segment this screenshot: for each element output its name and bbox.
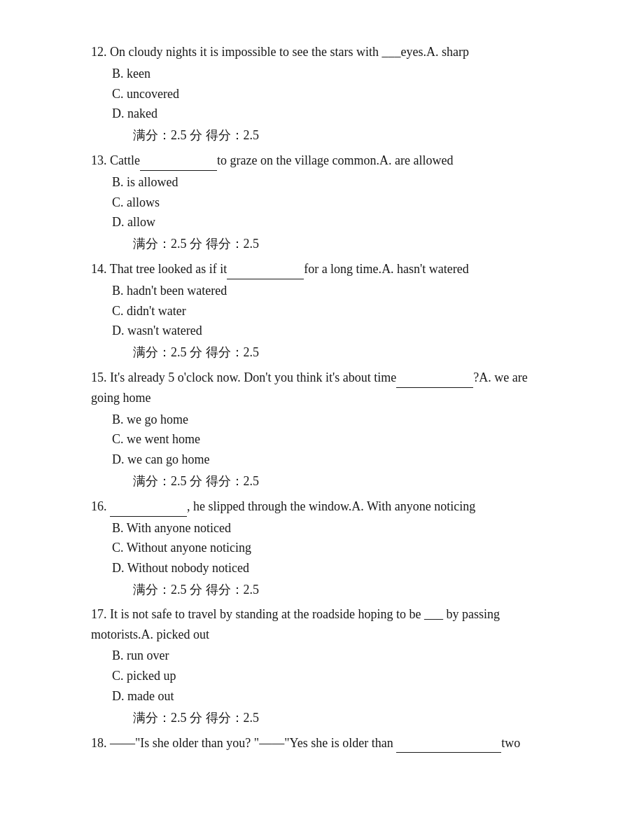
- q17-score: 满分：2.5 分 得分：2.5: [133, 708, 553, 728]
- q12-option-d: D. naked: [112, 104, 553, 124]
- question-16-text: 16. , he slipped through the window.A. W…: [91, 496, 553, 517]
- q14-number: 14.: [91, 262, 107, 276]
- question-18-text: 18. ——"Is she older than you? "——"Yes sh…: [91, 732, 553, 753]
- q13-option-a: A. are allowed: [379, 153, 453, 167]
- question-14: 14. That tree looked as if it for a long…: [91, 258, 553, 363]
- q17-option-d: D. made out: [112, 686, 553, 707]
- question-15-text: 15. It's already 5 o'clock now. Don't yo…: [91, 367, 553, 408]
- question-12: 12. On cloudy nights it is impossible to…: [91, 42, 553, 146]
- q16-option-c: C. Without anyone noticing: [112, 538, 553, 558]
- q18-number: 18.: [91, 736, 107, 750]
- q17-number: 17.: [91, 607, 107, 621]
- q13-option-d: D. allow: [112, 212, 553, 232]
- q12-option-a: A. sharp: [426, 45, 469, 59]
- q15-option-d: D. we can go home: [112, 450, 553, 470]
- q16-option-b: B. With anyone noticed: [112, 518, 553, 538]
- q16-score: 满分：2.5 分 得分：2.5: [133, 580, 553, 600]
- q12-option-c: C. uncovered: [112, 84, 553, 104]
- question-17: 17. It is not safe to travel by standing…: [91, 604, 553, 728]
- question-13: 13. Cattle to graze on the village commo…: [91, 150, 553, 254]
- q14-option-b: B. hadn't been watered: [112, 281, 553, 301]
- q14-option-c: C. didn't water: [112, 301, 553, 321]
- q17-option-b: B. run over: [112, 646, 553, 666]
- question-17-text: 17. It is not safe to travel by standing…: [91, 604, 553, 645]
- q12-number: 12.: [91, 45, 107, 59]
- q15-option-b: B. we go home: [112, 410, 553, 430]
- question-13-text: 13. Cattle to graze on the village commo…: [91, 150, 553, 171]
- question-18: 18. ——"Is she older than you? "——"Yes sh…: [91, 732, 553, 753]
- q13-score: 满分：2.5 分 得分：2.5: [133, 234, 553, 254]
- q13-option-b: B. is allowed: [112, 172, 553, 193]
- question-12-text: 12. On cloudy nights it is impossible to…: [91, 42, 553, 62]
- q15-score: 满分：2.5 分 得分：2.5: [133, 471, 553, 492]
- q14-option-a: A. hasn't watered: [382, 262, 469, 276]
- q13-number: 13.: [91, 153, 107, 167]
- q15-option-c: C. we went home: [112, 429, 553, 450]
- question-16: 16. , he slipped through the window.A. W…: [91, 496, 553, 600]
- q14-score: 满分：2.5 分 得分：2.5: [133, 342, 553, 363]
- q16-option-d: D. Without nobody noticed: [112, 558, 553, 578]
- q16-number: 16.: [91, 499, 107, 513]
- q12-option-b: B. keen: [112, 64, 553, 84]
- question-15: 15. It's already 5 o'clock now. Don't yo…: [91, 367, 553, 492]
- q16-option-a: A. With anyone noticing: [351, 499, 475, 513]
- q15-number: 15.: [91, 370, 107, 384]
- q17-option-c: C. picked up: [112, 666, 553, 686]
- q17-option-a: A. picked out: [141, 627, 209, 641]
- question-14-text: 14. That tree looked as if it for a long…: [91, 258, 553, 279]
- q13-option-c: C. allows: [112, 193, 553, 213]
- q14-option-d: D. wasn't watered: [112, 321, 553, 341]
- q12-score: 满分：2.5 分 得分：2.5: [133, 125, 553, 146]
- exam-content: 12. On cloudy nights it is impossible to…: [91, 42, 553, 753]
